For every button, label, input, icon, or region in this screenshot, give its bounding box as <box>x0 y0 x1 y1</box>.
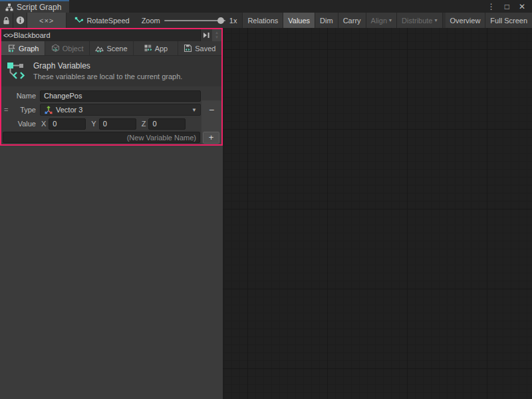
close-icon[interactable]: ✕ <box>519 3 525 11</box>
vector3-icon <box>44 105 53 114</box>
maximize-icon[interactable]: □ <box>505 3 509 11</box>
section-title: Graph Variables <box>33 61 182 70</box>
dim-label: Dim <box>320 17 333 25</box>
new-variable-input[interactable] <box>3 132 200 143</box>
chevron-down-icon: ▾ <box>389 17 392 23</box>
script-graph-icon <box>5 3 13 11</box>
axis-z-input[interactable] <box>148 118 186 130</box>
dropdown-caret-icon: ▼ <box>192 107 197 113</box>
tab-title: Script Graph <box>17 3 61 12</box>
tab-graph-label: Graph <box>19 45 39 53</box>
floppy-save-icon <box>184 44 192 53</box>
axis-y-input[interactable] <box>99 118 136 130</box>
zoom-value: 1x <box>229 17 237 25</box>
carry-label: Carry <box>343 17 361 25</box>
relations-label: Relations <box>247 17 278 25</box>
name-label: Name <box>1 92 40 100</box>
script-graph-window: Script Graph ⋮ □ ✕ <×> <box>0 0 532 399</box>
tab-graph[interactable]: Graph <box>1 41 45 55</box>
axis-x-label: X <box>41 120 46 128</box>
panel-scroll-arrows: ▲ ▼ <box>212 29 221 41</box>
axis-z-label: Z <box>142 120 146 128</box>
variable-value-row: Value X Y Z <box>1 117 221 130</box>
graph-toolbar: <×> RotateSpeed Zoom 1x Relations Values <box>0 13 532 28</box>
axis-y-label: Y <box>91 120 96 128</box>
sidebar-panel: <×> Blackboard ▲ ▼ <box>0 28 223 399</box>
blackboard-header[interactable]: <×> Blackboard ▲ ▼ <box>1 29 221 41</box>
tab-app[interactable]: App <box>134 41 178 55</box>
variables-list: = − Name Type <box>1 86 221 144</box>
graph-pointer-badge[interactable]: <×> <box>27 13 67 28</box>
tab-script-graph[interactable]: Script Graph <box>0 0 69 13</box>
blackboard-title: Blackboard <box>14 31 51 39</box>
align-button: Align ▾ <box>366 13 397 28</box>
type-value: Vector 3 <box>56 106 189 114</box>
new-variable-row: + <box>1 131 221 144</box>
main-area: <×> Blackboard ▲ ▼ <box>0 28 532 399</box>
tab-object[interactable]: Object <box>45 41 89 55</box>
distribute-button: Distribute ▾ <box>397 13 442 28</box>
full-screen-label: Full Screen <box>490 17 527 25</box>
tab-scene-label: Scene <box>106 45 127 53</box>
variable-type-row: Type Vector 3 ▼ <box>1 103 221 116</box>
type-label: Type <box>1 106 40 114</box>
app-grid-icon <box>144 44 152 53</box>
lock-button[interactable] <box>0 13 13 28</box>
distribute-label: Distribute <box>402 17 432 25</box>
value-label: Value <box>1 120 40 128</box>
section-subtitle: These variables are local to the current… <box>33 72 182 80</box>
tab-saved[interactable]: Saved <box>178 41 221 55</box>
values-label: Values <box>288 17 310 25</box>
scene-icon <box>95 44 104 53</box>
overview-button[interactable]: Overview <box>446 13 486 28</box>
values-button[interactable]: Values <box>283 13 315 28</box>
lock-icon <box>3 17 10 25</box>
variable-name-row: Name <box>1 89 221 102</box>
window-menu-icon[interactable]: ⋮ <box>487 3 495 11</box>
variable-scope-tabs: Graph Object Scene <box>1 41 221 56</box>
zoom-slider-handle[interactable] <box>217 17 224 24</box>
variables-badge-icon: <×> <box>3 32 13 39</box>
info-button[interactable] <box>13 13 27 28</box>
blackboard-panel: <×> Blackboard ▲ ▼ <box>0 28 223 146</box>
graph-variables-text: Graph Variables These variables are loca… <box>33 61 182 80</box>
graph-variables-header: Graph Variables These variables are loca… <box>1 56 221 86</box>
scroll-up-icon[interactable]: ▲ <box>215 31 219 35</box>
cube-icon <box>51 44 60 53</box>
zoom-label: Zoom <box>142 17 160 25</box>
chevron-down-icon: ▾ <box>435 17 438 23</box>
carry-button[interactable]: Carry <box>338 13 366 28</box>
scroll-down-icon[interactable]: ▼ <box>215 35 219 40</box>
graph-flag-icon <box>7 44 16 53</box>
type-dropdown[interactable]: Vector 3 ▼ <box>40 104 201 116</box>
tab-scene[interactable]: Scene <box>90 41 134 55</box>
current-graph-name: RotateSpeed <box>86 17 129 25</box>
graph-node-icon <box>74 17 83 25</box>
overview-label: Overview <box>450 17 481 25</box>
zoom-control: Zoom 1x <box>136 13 243 28</box>
dock-icon <box>203 32 210 39</box>
current-graph-indicator[interactable]: RotateSpeed <box>66 13 136 28</box>
variable-name-input[interactable] <box>40 90 201 102</box>
tab-saved-label: Saved <box>195 45 215 53</box>
axis-x-input[interactable] <box>49 118 86 130</box>
zoom-slider[interactable] <box>164 20 225 21</box>
toolbar-button-group: Relations Values Dim Carry Align ▾ Distr… <box>243 13 532 28</box>
align-label: Align <box>371 17 387 25</box>
relations-button[interactable]: Relations <box>243 13 283 28</box>
window-tab-bar: Script Graph ⋮ □ ✕ <box>0 0 532 13</box>
graph-canvas[interactable] <box>223 28 532 399</box>
full-screen-button[interactable]: Full Screen <box>485 13 532 28</box>
graph-variables-icon <box>6 60 27 81</box>
dim-button[interactable]: Dim <box>315 13 338 28</box>
window-controls: ⋮ □ ✕ <box>487 0 532 13</box>
tab-app-label: App <box>155 45 168 53</box>
dock-panel-button[interactable] <box>200 29 212 41</box>
tab-object-label: Object <box>63 45 84 53</box>
blackboard-header-actions: ▲ ▼ <box>200 29 221 41</box>
add-variable-button[interactable]: + <box>203 132 219 144</box>
info-icon <box>16 16 25 25</box>
